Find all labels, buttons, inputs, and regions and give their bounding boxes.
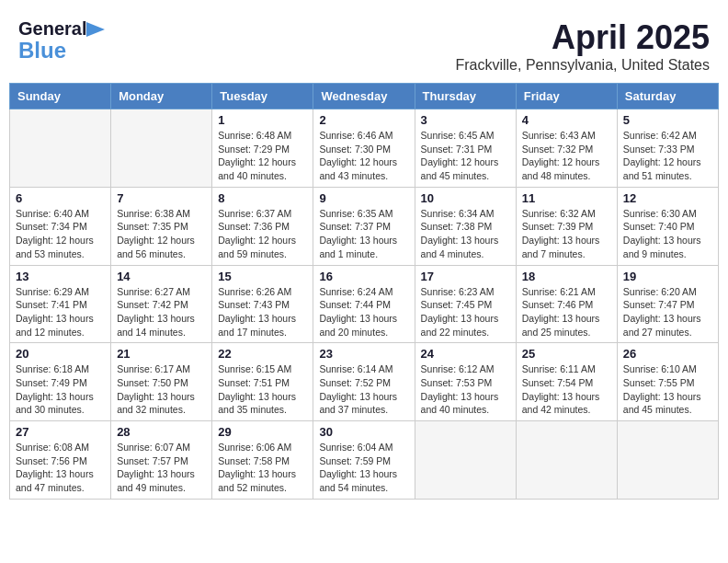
calendar-cell: 12Sunrise: 6:30 AMSunset: 7:40 PMDayligh…	[617, 187, 718, 265]
day-info: Sunrise: 6:40 AMSunset: 7:34 PMDaylight:…	[16, 207, 105, 261]
column-header-thursday: Thursday	[415, 84, 516, 109]
calendar-cell: 7Sunrise: 6:38 AMSunset: 7:35 PMDaylight…	[111, 187, 212, 265]
calendar-cell	[10, 109, 111, 188]
logo-wing-icon	[86, 22, 105, 37]
calendar-cell: 9Sunrise: 6:35 AMSunset: 7:37 PMDaylight…	[313, 187, 415, 265]
calendar-cell: 4Sunrise: 6:43 AMSunset: 7:32 PMDaylight…	[516, 109, 617, 188]
location-title: Frackville, Pennsylvania, United States	[455, 57, 710, 74]
calendar-cell	[111, 109, 212, 188]
day-number: 5	[623, 113, 712, 127]
calendar-cell: 17Sunrise: 6:23 AMSunset: 7:45 PMDayligh…	[415, 265, 516, 343]
calendar-week-row: 1Sunrise: 6:48 AMSunset: 7:29 PMDaylight…	[10, 109, 719, 188]
calendar-cell	[617, 421, 718, 500]
calendar-week-row: 13Sunrise: 6:29 AMSunset: 7:41 PMDayligh…	[10, 265, 719, 343]
day-number: 3	[421, 113, 510, 127]
logo-general-text: General	[18, 18, 86, 40]
day-number: 1	[218, 113, 307, 127]
day-info: Sunrise: 6:35 AMSunset: 7:37 PMDaylight:…	[319, 207, 408, 261]
column-header-friday: Friday	[516, 84, 617, 109]
day-number: 23	[319, 347, 408, 361]
day-number: 27	[16, 425, 105, 439]
day-number: 10	[421, 191, 510, 205]
calendar-cell: 5Sunrise: 6:42 AMSunset: 7:33 PMDaylight…	[617, 109, 718, 188]
day-info: Sunrise: 6:20 AMSunset: 7:47 PMDaylight:…	[623, 285, 712, 339]
calendar-cell: 26Sunrise: 6:10 AMSunset: 7:55 PMDayligh…	[617, 343, 718, 421]
day-info: Sunrise: 6:06 AMSunset: 7:58 PMDaylight:…	[218, 441, 307, 495]
day-info: Sunrise: 6:15 AMSunset: 7:51 PMDaylight:…	[218, 362, 307, 417]
calendar-cell: 3Sunrise: 6:45 AMSunset: 7:31 PMDaylight…	[415, 109, 516, 188]
day-info: Sunrise: 6:48 AMSunset: 7:29 PMDaylight:…	[218, 129, 307, 183]
calendar-cell: 22Sunrise: 6:15 AMSunset: 7:51 PMDayligh…	[212, 343, 313, 421]
calendar-cell: 10Sunrise: 6:34 AMSunset: 7:38 PMDayligh…	[415, 187, 516, 265]
calendar-cell: 13Sunrise: 6:29 AMSunset: 7:41 PMDayligh…	[10, 265, 111, 343]
day-number: 2	[319, 113, 408, 127]
day-info: Sunrise: 6:46 AMSunset: 7:30 PMDaylight:…	[319, 129, 408, 183]
day-info: Sunrise: 6:04 AMSunset: 7:59 PMDaylight:…	[319, 441, 408, 495]
day-number: 12	[623, 191, 712, 205]
day-number: 13	[16, 270, 105, 283]
svg-marker-0	[86, 22, 105, 37]
day-number: 14	[117, 270, 206, 283]
calendar-cell: 2Sunrise: 6:46 AMSunset: 7:30 PMDaylight…	[313, 109, 415, 188]
calendar-cell: 18Sunrise: 6:21 AMSunset: 7:46 PMDayligh…	[516, 265, 617, 343]
calendar-cell: 14Sunrise: 6:27 AMSunset: 7:42 PMDayligh…	[111, 265, 212, 343]
day-number: 11	[522, 191, 611, 205]
column-header-sunday: Sunday	[10, 84, 111, 109]
day-info: Sunrise: 6:21 AMSunset: 7:46 PMDaylight:…	[522, 285, 611, 339]
page-header: General Blue April 2025 Frackville, Penn…	[9, 9, 719, 78]
logo-blue-text: Blue	[18, 40, 66, 62]
day-info: Sunrise: 6:08 AMSunset: 7:56 PMDaylight:…	[16, 441, 105, 495]
day-number: 17	[421, 270, 510, 283]
calendar-cell	[415, 421, 516, 500]
day-info: Sunrise: 6:07 AMSunset: 7:57 PMDaylight:…	[117, 441, 206, 495]
day-number: 9	[319, 191, 408, 205]
calendar-cell: 16Sunrise: 6:24 AMSunset: 7:44 PMDayligh…	[313, 265, 415, 343]
day-number: 16	[319, 270, 408, 283]
title-section: April 2025 Frackville, Pennsylvania, Uni…	[455, 18, 710, 74]
calendar-cell: 28Sunrise: 6:07 AMSunset: 7:57 PMDayligh…	[111, 421, 212, 500]
day-number: 18	[522, 270, 611, 283]
day-info: Sunrise: 6:30 AMSunset: 7:40 PMDaylight:…	[623, 207, 712, 261]
day-info: Sunrise: 6:34 AMSunset: 7:38 PMDaylight:…	[421, 207, 510, 261]
day-number: 21	[117, 347, 206, 361]
day-number: 7	[117, 191, 206, 205]
column-header-wednesday: Wednesday	[313, 84, 415, 109]
day-info: Sunrise: 6:32 AMSunset: 7:39 PMDaylight:…	[522, 207, 611, 261]
day-number: 4	[522, 113, 611, 127]
day-info: Sunrise: 6:26 AMSunset: 7:43 PMDaylight:…	[218, 285, 307, 339]
month-title: April 2025	[455, 18, 710, 57]
calendar-cell: 21Sunrise: 6:17 AMSunset: 7:50 PMDayligh…	[111, 343, 212, 421]
calendar-cell	[516, 421, 617, 500]
day-number: 29	[218, 425, 307, 439]
day-number: 8	[218, 191, 307, 205]
calendar-week-row: 6Sunrise: 6:40 AMSunset: 7:34 PMDaylight…	[10, 187, 719, 265]
day-number: 20	[16, 347, 105, 361]
day-number: 28	[117, 425, 206, 439]
calendar-cell: 24Sunrise: 6:12 AMSunset: 7:53 PMDayligh…	[415, 343, 516, 421]
day-info: Sunrise: 6:17 AMSunset: 7:50 PMDaylight:…	[117, 362, 206, 417]
calendar-cell: 11Sunrise: 6:32 AMSunset: 7:39 PMDayligh…	[516, 187, 617, 265]
column-header-saturday: Saturday	[617, 84, 718, 109]
day-info: Sunrise: 6:27 AMSunset: 7:42 PMDaylight:…	[117, 285, 206, 339]
calendar-week-row: 27Sunrise: 6:08 AMSunset: 7:56 PMDayligh…	[10, 421, 719, 500]
day-number: 25	[522, 347, 611, 361]
day-number: 6	[16, 191, 105, 205]
column-header-monday: Monday	[111, 84, 212, 109]
day-info: Sunrise: 6:42 AMSunset: 7:33 PMDaylight:…	[623, 129, 712, 183]
day-info: Sunrise: 6:14 AMSunset: 7:52 PMDaylight:…	[319, 362, 408, 417]
day-info: Sunrise: 6:38 AMSunset: 7:35 PMDaylight:…	[117, 207, 206, 261]
day-info: Sunrise: 6:37 AMSunset: 7:36 PMDaylight:…	[218, 207, 307, 261]
day-number: 30	[319, 425, 408, 439]
day-number: 26	[623, 347, 712, 361]
day-number: 19	[623, 270, 712, 283]
day-info: Sunrise: 6:24 AMSunset: 7:44 PMDaylight:…	[319, 285, 408, 339]
day-number: 15	[218, 270, 307, 283]
day-info: Sunrise: 6:11 AMSunset: 7:54 PMDaylight:…	[522, 362, 611, 417]
day-number: 24	[421, 347, 510, 361]
calendar-cell: 20Sunrise: 6:18 AMSunset: 7:49 PMDayligh…	[10, 343, 111, 421]
calendar-cell: 29Sunrise: 6:06 AMSunset: 7:58 PMDayligh…	[212, 421, 313, 500]
calendar-cell: 25Sunrise: 6:11 AMSunset: 7:54 PMDayligh…	[516, 343, 617, 421]
day-number: 22	[218, 347, 307, 361]
calendar-cell: 8Sunrise: 6:37 AMSunset: 7:36 PMDaylight…	[212, 187, 313, 265]
calendar-week-row: 20Sunrise: 6:18 AMSunset: 7:49 PMDayligh…	[10, 343, 719, 421]
